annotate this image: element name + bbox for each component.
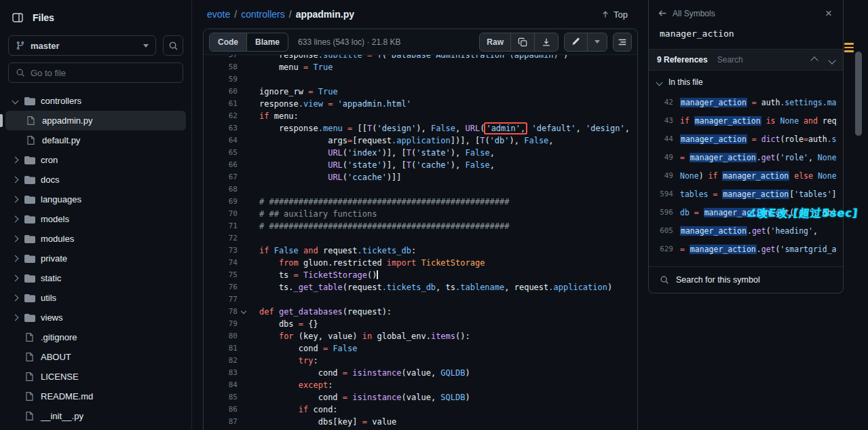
reference-row[interactable]: 43if manager_action is None and request.… <box>649 111 843 130</box>
code-text[interactable]: cond = isinstance(value, GQLDB) <box>251 367 470 379</box>
tree-file-default.py[interactable]: default.py <box>5 130 186 150</box>
all-symbols-back-button[interactable]: All Symbols <box>658 9 715 18</box>
references-search-input[interactable]: Search <box>717 55 743 65</box>
line-number[interactable]: 60 <box>204 86 238 98</box>
code-text[interactable]: cond = isinstance(value, SQLDB) <box>251 391 470 404</box>
line-number[interactable]: 79 <box>204 318 238 330</box>
tree-file-README.md[interactable]: README.md <box>5 387 186 406</box>
code-text[interactable]: response.view = 'appadmin.html' <box>251 98 411 110</box>
code-text[interactable] <box>251 293 259 306</box>
code-text[interactable]: # ## auxiliary functions <box>251 208 377 220</box>
edit-dropdown-button[interactable] <box>587 33 607 51</box>
line-number[interactable]: 72 <box>204 232 238 245</box>
reference-row[interactable]: 605manager_action.get('heading', <box>649 221 843 240</box>
code-text[interactable]: cond = False <box>251 342 358 355</box>
line-number[interactable]: 77 <box>204 293 238 306</box>
tree-file-.gitignore[interactable]: .gitignore <box>5 327 186 347</box>
reference-row[interactable]: 594tables = manager_action['tables'] <box>649 185 843 203</box>
code-text[interactable]: args=[request.application])], [T('db'), … <box>251 135 554 147</box>
tree-file-appadmin.py[interactable]: appadmin.py <box>5 111 186 130</box>
line-number[interactable]: 58 <box>204 61 238 73</box>
code-text[interactable]: URL('state')], [T('cache'), False, <box>251 159 495 171</box>
reference-row[interactable]: 629= manager_action.get('smartgrid_args'… <box>649 240 843 258</box>
code-text[interactable]: dbs[key] = value <box>251 416 396 428</box>
line-number[interactable]: 65 <box>204 147 238 159</box>
tree-folder-views[interactable]: views <box>5 308 186 327</box>
code-text[interactable] <box>251 232 259 245</box>
raw-button[interactable]: Raw <box>480 33 510 51</box>
line-number[interactable]: 83 <box>204 367 238 379</box>
line-number[interactable]: 59 <box>204 73 238 86</box>
code-text[interactable]: URL('index')], [T('state'), False, <box>251 147 495 159</box>
next-reference-button[interactable] <box>829 55 835 65</box>
tree-folder-utils[interactable]: utils <box>5 288 186 308</box>
line-number[interactable]: 68 <box>204 183 238 196</box>
tree-folder-static[interactable]: static <box>5 268 186 288</box>
line-number[interactable]: 69 <box>204 196 238 208</box>
line-number[interactable]: 67 <box>204 171 238 183</box>
code-text[interactable]: menu = True <box>251 61 333 73</box>
line-number[interactable]: 66 <box>204 159 238 171</box>
code-text[interactable]: if menu: <box>251 110 299 122</box>
tab-blame[interactable]: Blame <box>246 33 288 51</box>
line-number[interactable]: 62 <box>204 110 238 122</box>
in-this-file-toggle[interactable]: In this file <box>649 71 843 92</box>
code-text[interactable]: dbs = {} <box>251 318 318 330</box>
go-to-file-input[interactable] <box>31 68 176 78</box>
line-number[interactable]: 63 <box>204 122 238 135</box>
breadcrumb-dir-link[interactable]: controllers <box>241 9 285 20</box>
go-to-file-field[interactable] <box>8 62 183 83</box>
line-number[interactable]: 82 <box>204 355 238 367</box>
tree-folder-private[interactable]: private <box>5 249 186 268</box>
code-text[interactable]: ignore_rw = True <box>251 86 338 98</box>
edit-button[interactable] <box>565 33 587 51</box>
line-number[interactable]: 70 <box>204 208 238 220</box>
code-text[interactable]: ts._get_table(request.tickets_db, ts.tab… <box>251 281 612 293</box>
reference-row[interactable]: 42manager_action = auth.settings.manager… <box>649 93 843 111</box>
download-button[interactable] <box>534 33 558 51</box>
tree-file-ABOUT[interactable]: ABOUT <box>5 347 186 367</box>
line-number[interactable]: 80 <box>204 330 238 342</box>
code-text[interactable]: try: <box>251 355 318 367</box>
tree-file-LICENSE[interactable]: LICENSE <box>5 367 186 387</box>
line-number[interactable]: 74 <box>204 257 238 269</box>
reference-row[interactable]: 49= manager_action.get('role', None) if … <box>649 148 843 166</box>
code-text[interactable] <box>251 183 259 196</box>
line-number[interactable]: 61 <box>204 98 238 110</box>
line-number[interactable]: 78 <box>204 306 238 318</box>
tree-folder-docs[interactable]: docs <box>5 170 186 190</box>
line-number[interactable]: 76 <box>204 281 238 293</box>
line-number[interactable]: 85 <box>204 391 238 404</box>
collapse-file-tree-button[interactable] <box>8 8 27 27</box>
tree-file-__init__.py[interactable]: __init__.py <box>5 406 186 426</box>
code-text[interactable]: # ######################################… <box>251 196 509 208</box>
code-text[interactable]: if cond: <box>251 404 338 416</box>
tree-folder-languages[interactable]: languages <box>5 190 186 209</box>
code-text[interactable]: except: <box>251 379 333 391</box>
code-text[interactable]: if False and request.tickets_db: <box>251 245 416 257</box>
fold-chevron-icon[interactable] <box>238 306 251 318</box>
code-text[interactable] <box>251 73 259 86</box>
symbols-panel-toggle-button[interactable] <box>613 33 632 52</box>
tree-folder-controllers[interactable]: controllers <box>5 91 186 111</box>
breadcrumb-repo-link[interactable]: evote <box>207 9 230 20</box>
search-files-button[interactable] <box>163 35 183 56</box>
code-text[interactable]: response.menu = [[T('design'), False, UR… <box>251 122 630 135</box>
code-text[interactable]: response.subtitle = T('Database Administ… <box>251 55 568 61</box>
tree-folder-models[interactable]: models <box>5 209 186 229</box>
code-text[interactable]: def get_databases(request): <box>251 306 392 318</box>
line-number[interactable]: 86 <box>204 404 238 416</box>
code-text[interactable]: for (key, value) in global_env.items(): <box>251 330 470 342</box>
tree-folder-cron[interactable]: cron <box>5 150 186 170</box>
code-text[interactable]: from gluon.restricted import TicketStora… <box>251 257 485 269</box>
line-number[interactable]: 64 <box>204 135 238 147</box>
line-number[interactable]: 84 <box>204 379 238 391</box>
line-number[interactable]: 87 <box>204 416 238 428</box>
reference-row[interactable]: 49None) if manager_action else None <box>649 166 843 185</box>
line-number[interactable]: 81 <box>204 342 238 355</box>
copy-button[interactable] <box>510 33 534 51</box>
line-number[interactable]: 73 <box>204 245 238 257</box>
line-number[interactable]: 57 <box>204 55 238 61</box>
code-text[interactable]: URL('ccache')]] <box>251 171 402 183</box>
code-text[interactable]: ts = TicketStorage() <box>251 269 378 281</box>
